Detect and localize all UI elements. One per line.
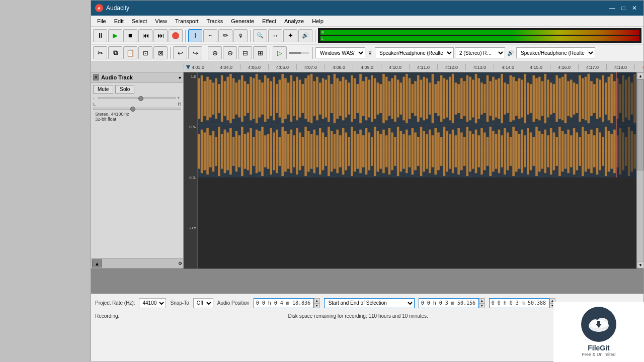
menu-analyze[interactable]: Analyze [280, 17, 308, 25]
project-rate-select[interactable]: 44100 [139, 298, 166, 308]
draw-tool-button[interactable]: ✏ [218, 29, 232, 42]
app-icon: A [95, 4, 103, 12]
zoom-out-button[interactable]: ⊖ [223, 46, 237, 59]
ruler-mark-8: 4:11.0 [409, 64, 437, 70]
pan-thumb [130, 107, 135, 112]
skip-back-button[interactable]: ⏮ [138, 29, 152, 42]
envelope-tool-button[interactable]: ~ [203, 29, 217, 42]
title-bar-left: A Audacity [95, 4, 129, 12]
vertical-scrollbar[interactable]: ▲ ▼ [636, 72, 643, 268]
position-input[interactable] [254, 298, 314, 308]
snap-select[interactable]: Off [193, 298, 213, 308]
undo-button[interactable]: ↩ [173, 46, 187, 59]
v-scroll-thumb[interactable] [637, 79, 643, 170]
select-tool-button[interactable]: I [188, 29, 202, 42]
trim-button[interactable]: ⊡ [138, 46, 152, 59]
close-button[interactable]: ✕ [629, 4, 639, 12]
selection-type-select[interactable]: Start and End of Selection Start and Len… [324, 298, 415, 308]
pause-button[interactable]: ⏸ [93, 29, 107, 42]
svg-rect-316 [597, 321, 600, 325]
zoom-sel-button[interactable]: ⊞ [253, 46, 267, 59]
maximize-button[interactable]: □ [618, 4, 628, 12]
v-scroll-track [637, 79, 643, 261]
stop-button[interactable]: ■ [123, 29, 137, 42]
gain-slider[interactable] [98, 97, 176, 99]
menu-transport[interactable]: Transport [171, 17, 203, 25]
paste-button[interactable]: 📋 [123, 46, 137, 59]
waveform-display: 1.0 0.5- 0.0- -0.5 -1.0 [184, 72, 636, 268]
channels-select[interactable]: 2 (Stereo) Recor [455, 47, 505, 58]
menu-view[interactable]: View [151, 17, 171, 25]
disk-space-status: Disk space remaining for recording: 110 … [288, 313, 428, 319]
filegit-name: FileGit [588, 344, 610, 352]
position-spin-down[interactable]: ▼ [314, 303, 320, 308]
menu-edit[interactable]: Edit [110, 17, 128, 25]
track-close-button[interactable]: ✕ [93, 74, 99, 80]
bottom-channel[interactable] [198, 125, 636, 177]
mute-solo-buttons: Mute Solo [93, 85, 181, 94]
menu-generate[interactable]: Generate [227, 17, 258, 25]
solo-button[interactable]: Solo [115, 85, 134, 94]
mute-button[interactable]: Mute [93, 85, 113, 94]
host-select[interactable]: Windows WAS/ [315, 47, 365, 58]
position-label: Audio Position [217, 300, 250, 306]
cut-button[interactable]: ✂ [93, 46, 107, 59]
ruler-mark-1: 4:04.0 [212, 64, 240, 70]
separator-4 [170, 47, 171, 59]
empty-track-area [91, 268, 643, 294]
ruler-mark-6: 4:09.0 [353, 64, 381, 70]
redo-button[interactable]: ↪ [188, 46, 202, 59]
output-device-select[interactable]: Speaker/Headphone (Realte [516, 47, 595, 58]
scale-top-0.0: 0.0- [184, 175, 197, 180]
ruler-mark-10: 4:13.0 [465, 64, 494, 70]
track-name-label: Audio Track [101, 74, 177, 80]
ruler-arrow-icon: ▼ [185, 63, 192, 71]
input-device-select[interactable]: Speaker/Headphone (Realte [375, 47, 454, 58]
track-format-1: Stereo, 44100Hz [95, 112, 179, 117]
play-button[interactable]: ▶ [108, 29, 122, 42]
sel-start-spin-up[interactable]: ▲ [479, 298, 485, 303]
play-at-button[interactable]: ▷ [273, 46, 287, 59]
minimize-button[interactable]: — [607, 4, 617, 12]
menu-effect[interactable]: Effect [258, 17, 280, 25]
separator-5 [205, 47, 205, 59]
waveform-wrapper[interactable]: 1.0 0.5- 0.0- -0.5 -1.0 [184, 72, 636, 268]
zoom-in-button[interactable]: ⊕ [208, 46, 222, 59]
expand-button[interactable]: ▲ [92, 259, 102, 267]
menu-help[interactable]: Help [308, 17, 328, 25]
selection-end-input[interactable] [489, 298, 549, 308]
selection-start-input[interactable] [419, 298, 479, 308]
separator-3 [315, 30, 315, 42]
sel-start-spin-down[interactable]: ▼ [479, 303, 485, 308]
track-dropdown-button[interactable]: ▾ [179, 75, 181, 80]
position-spinner: ▲ ▼ [314, 298, 320, 308]
top-channel[interactable] [198, 72, 636, 125]
input-device-icon: 🎙 [367, 50, 373, 56]
pan-r-label: R [178, 102, 182, 107]
snap-label: Snap-To [170, 300, 189, 306]
silence-button[interactable]: ⊠ [153, 46, 168, 59]
menu-file[interactable]: File [93, 17, 110, 25]
position-input-group: ▲ ▼ [254, 298, 320, 308]
menu-select[interactable]: Select [128, 17, 151, 25]
v-scroll-up-button[interactable]: ▲ [637, 72, 644, 79]
pan-slider[interactable] [93, 108, 181, 110]
position-spin-up[interactable]: ▲ [314, 298, 320, 303]
v-scroll-down-button[interactable]: ▼ [637, 261, 644, 268]
settings-icon[interactable]: ⚙ [178, 261, 182, 266]
separator-7 [312, 47, 313, 59]
skip-forward-button[interactable]: ⏭ [153, 29, 168, 42]
mic-button[interactable]: 🎙 [233, 29, 248, 42]
speaker-button[interactable]: 🔊 [298, 29, 312, 42]
ruler-mark-5: 4:08.0 [325, 64, 353, 70]
record-button[interactable] [169, 29, 183, 42]
copy-button[interactable]: ⧉ [108, 46, 122, 59]
time-shift-button[interactable]: ↔ [268, 29, 282, 42]
zoom-fit-button[interactable]: ⊟ [238, 46, 252, 59]
multi-tool-button[interactable]: ✦ [283, 29, 297, 42]
selection-highlight-top [198, 72, 636, 125]
scale-top-m0.5: -0.5 [184, 226, 197, 230]
menu-tracks[interactable]: Tracks [203, 17, 227, 25]
separator-1 [185, 30, 186, 42]
zoom-in-tool-button[interactable]: 🔍 [253, 29, 267, 42]
